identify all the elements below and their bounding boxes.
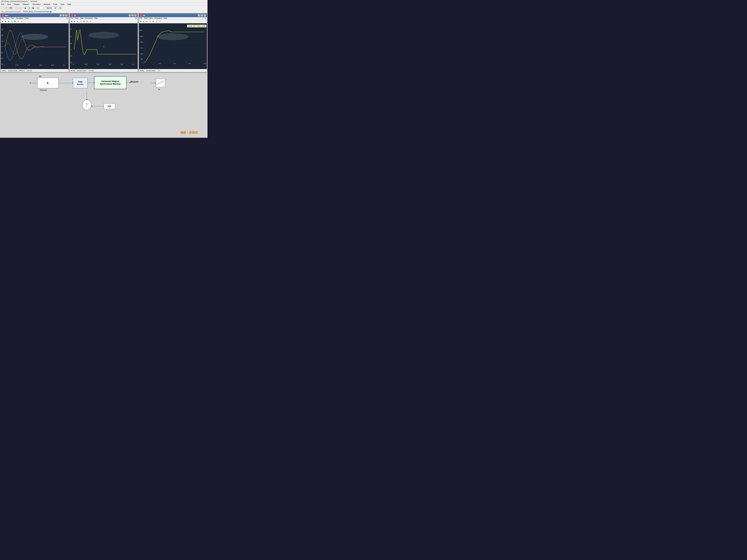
- arrow-pi2-sum: [91, 106, 104, 106]
- menu-simulation[interactable]: Simulation: [32, 3, 41, 5]
- scope-nr-titlebar: Nr — □ ✕: [139, 14, 207, 17]
- scope-iabc-menu-tools[interactable]: Tools: [5, 17, 9, 19]
- scope-nr-tb-zoomin[interactable]: ⊕: [152, 20, 154, 23]
- toolbar-back[interactable]: ←: [15, 7, 18, 9]
- menu-analysis[interactable]: Analysis: [43, 3, 51, 5]
- scope-iabc-tb-pan[interactable]: ✋: [17, 20, 20, 23]
- scope-nr-tb-cursor[interactable]: ↗: [158, 20, 161, 23]
- scope-nr-tb-play[interactable]: ⏵: [143, 20, 145, 23]
- scope-te-status-ready: Ready: [71, 70, 75, 72]
- svg-text:30: 30: [70, 28, 72, 30]
- menu-display[interactable]: Display: [14, 3, 20, 5]
- mode-select[interactable]: Normal Accelerator: [45, 7, 57, 9]
- scope-te-close[interactable]: ✕: [134, 14, 137, 17]
- scope-te-menu-file[interactable]: File: [71, 17, 73, 19]
- scope-te-tb-zoom[interactable]: 🔍: [79, 20, 82, 23]
- scope-nr-menu-help[interactable]: Help: [163, 17, 167, 19]
- pwm-block[interactable]: PWMInverter: [73, 78, 87, 88]
- antipark-block-label: Anti-park: [40, 89, 47, 91]
- scope-nr-maximize[interactable]: □: [201, 14, 203, 17]
- toolbar-pause[interactable]: ⏸: [28, 7, 31, 9]
- scope-iabc-maximize[interactable]: □: [62, 14, 65, 17]
- svg-text:0.04: 0.04: [97, 63, 99, 65]
- sum-block[interactable]: + −: [82, 100, 91, 110]
- menu-diagram[interactable]: Diagram: [22, 3, 30, 5]
- scope-te-statusbar: Ready Sample based T=0.100: [70, 69, 138, 72]
- scope-nr-menu-sim[interactable]: Simulation: [154, 17, 162, 19]
- scope-iabc-close[interactable]: ✕: [65, 14, 68, 17]
- scope-te-tb-play[interactable]: ⏵: [74, 20, 76, 23]
- scope-nr-status-ready: Ready: [140, 70, 144, 72]
- scope-nr-menu-view[interactable]: View: [149, 17, 153, 19]
- scope-iabc-menu-file[interactable]: File: [1, 17, 4, 19]
- toolbar-new[interactable]: 📄: [1, 7, 4, 9]
- scope-nr-menu-tools[interactable]: Tools: [144, 17, 148, 19]
- scope-nr-close[interactable]: ✕: [204, 14, 206, 17]
- scope-iabc-menu-sim[interactable]: Simulation: [16, 17, 24, 19]
- toolbar-stop[interactable]: ⏹: [31, 7, 35, 9]
- toolbar: 📄 📂 💾 ← → ▶ ⏸ ⏹ Normal Accelerator ⚙: [0, 6, 207, 10]
- scope-nr-tb-settings[interactable]: ⚙: [139, 20, 142, 23]
- scope-te-minimize[interactable]: —: [129, 14, 131, 17]
- svg-text:0.1: 0.1: [132, 63, 134, 65]
- scope-iabc-status-offset: Offset=0: [19, 70, 25, 72]
- scope-nr-menu-file[interactable]: File: [139, 17, 142, 19]
- time-input[interactable]: [37, 7, 43, 9]
- scope-te-status-time: T=0.100: [88, 70, 94, 72]
- svg-text:800: 800: [140, 41, 143, 43]
- toolbar-settings[interactable]: ⚙: [59, 7, 62, 9]
- toolbar-run[interactable]: ▶: [24, 7, 27, 9]
- scope-te-menu-tools[interactable]: Tools: [75, 17, 78, 19]
- svg-text:-20: -20: [1, 57, 3, 59]
- scope-te-menubar: File Tools View Simulation Help ▶: [70, 17, 138, 20]
- scope-te-tb-settings[interactable]: ⚙: [71, 20, 73, 23]
- antipark-block[interactable]: the ▶: [37, 78, 58, 88]
- scope-iabc-tb-zoom[interactable]: 🔍: [10, 20, 13, 23]
- scope-te-chart: 30 20 10 0 -10 -20: [70, 23, 138, 69]
- scope-nr: Nr — □ ✕ File Tools View Simulation Help…: [138, 13, 207, 72]
- scope-nr-svg: 1200 1000 800 600 400 200 0: [139, 23, 207, 69]
- svg-text:0: 0: [71, 49, 72, 50]
- scope-iabc-tb-record[interactable]: ●: [8, 20, 9, 23]
- scope-block[interactable]: [156, 79, 165, 87]
- scope-iabc-tb-cursor[interactable]: ↗: [20, 20, 23, 23]
- window-title: SM_Relay_zhihuandianliukongzhi * - Simul…: [1, 0, 37, 2]
- watermark: 编曲：洪敬尧: [180, 131, 198, 134]
- scope-te-arrow: ▶: [136, 17, 137, 19]
- pmsm-block[interactable]: Permanent MagnetSynchronous Machine: [94, 76, 126, 89]
- arrowhead-pi2-sum: [91, 106, 93, 107]
- scope-nr-toolbar: ⚙ ⏵ ● 🔍 ⊕ ✋ ↗: [139, 20, 207, 23]
- menu-tools[interactable]: Tools: [60, 3, 65, 5]
- scope-te-tb-cursor[interactable]: ↗: [89, 20, 92, 23]
- svg-point-53: [88, 32, 119, 38]
- scope-iabc-menu-help[interactable]: Help: [25, 17, 29, 19]
- pi2-block[interactable]: pi/2: [104, 103, 115, 109]
- scope-nr-tb-pan[interactable]: ✋: [155, 20, 158, 23]
- scope-te-menu-view[interactable]: View: [80, 17, 84, 19]
- menu-code[interactable]: Code: [53, 3, 58, 5]
- breadcrumb-path[interactable]: PMSM_Relay_zhihuandianliukongzhi: [23, 11, 50, 12]
- toolbar-save[interactable]: 💾: [9, 7, 12, 9]
- svg-text:20: 20: [70, 35, 72, 37]
- scope-te-maximize[interactable]: □: [131, 14, 134, 17]
- scope-iabc-menu-view[interactable]: View: [11, 17, 15, 19]
- scope-te-menu-sim[interactable]: Simulation: [85, 17, 93, 19]
- menu-view[interactable]: View: [7, 3, 11, 5]
- scope-te-tb-pan[interactable]: ✋: [86, 20, 89, 23]
- scope-te-toolbar: ⚙ ⏵ ● 🔍 ⊕ ✋ ↗: [70, 20, 138, 23]
- scope-iabc-tb-settings[interactable]: ⚙: [1, 20, 4, 23]
- scope-te-menu-help[interactable]: Help: [94, 17, 98, 19]
- scope-nr-tb-record[interactable]: ●: [146, 20, 148, 23]
- scope-te-tb-zoomin[interactable]: ⊕: [83, 20, 85, 23]
- scope-iabc-tb-play[interactable]: ⏵: [4, 20, 7, 23]
- scope-te-tb-record[interactable]: ●: [77, 20, 79, 23]
- svg-text:1200: 1200: [139, 30, 142, 31]
- toolbar-forward[interactable]: →: [19, 7, 22, 9]
- scope-iabc-minimize[interactable]: —: [59, 14, 62, 17]
- toolbar-open[interactable]: 📂: [5, 7, 8, 9]
- menu-edit[interactable]: Edit: [1, 3, 5, 5]
- scope-nr-minimize[interactable]: —: [198, 14, 200, 17]
- scope-nr-tb-zoom[interactable]: 🔍: [149, 20, 151, 23]
- menu-help[interactable]: Help: [67, 3, 72, 5]
- scope-iabc-tb-zoomin[interactable]: ⊕: [14, 20, 16, 23]
